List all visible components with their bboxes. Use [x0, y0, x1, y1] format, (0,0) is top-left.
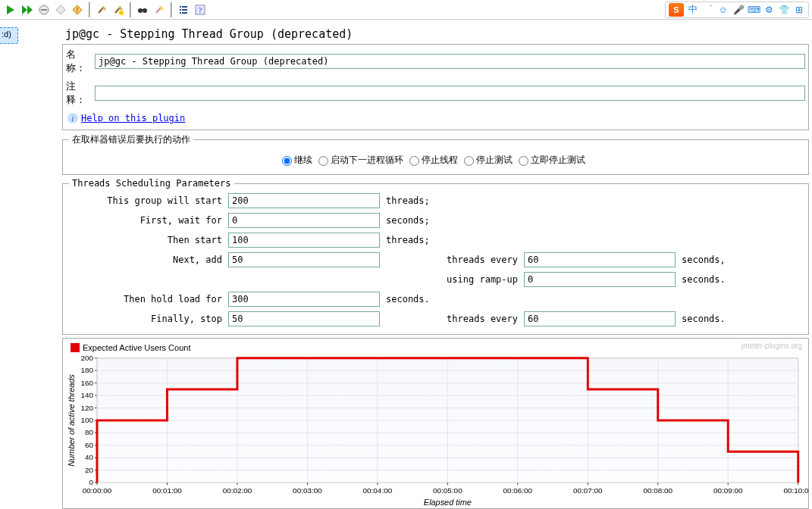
- start-input[interactable]: [228, 193, 380, 208]
- svg-text:00:10:00: 00:10:00: [783, 486, 808, 495]
- play-icon[interactable]: [3, 2, 18, 17]
- hold-label: Then hold load for: [69, 294, 228, 304]
- svg-rect-16: [182, 6, 187, 8]
- stop-input[interactable]: [228, 311, 380, 326]
- error-action-fieldset: 在取样器错误后要执行的动作 继续 启动下一进程循环 停止线程 停止测试 立即停止…: [62, 133, 809, 175]
- svg-text:120: 120: [80, 404, 93, 412]
- params-fieldset: Threads Scheduling Parameters This group…: [62, 178, 809, 335]
- seconds-period-2: seconds.: [380, 294, 524, 304]
- radio-continue[interactable]: 继续: [282, 154, 312, 167]
- shutdown-icon[interactable]: !: [70, 2, 85, 17]
- svg-text:180: 180: [80, 366, 93, 374]
- radio-stop-test[interactable]: 停止测试: [464, 154, 513, 167]
- stop-every-input[interactable]: [524, 311, 676, 326]
- separator-icon: [89, 2, 90, 17]
- sogou-logo-icon[interactable]: S: [669, 3, 684, 17]
- ime-punct-icon[interactable]: ゜: [702, 4, 714, 16]
- ime-gear-icon[interactable]: ⚙: [763, 4, 775, 16]
- svg-text:00:09:00: 00:09:00: [713, 486, 743, 495]
- hold-input[interactable]: [228, 292, 380, 307]
- ime-bar: S 中 ゜ ☺ 🎤 ⌨ ⚙ 👕 ⊞: [665, 2, 809, 18]
- svg-text:Elapsed time: Elapsed time: [424, 498, 472, 507]
- radio-next-loop[interactable]: 启动下一进程循环: [318, 154, 403, 167]
- binoculars-icon[interactable]: [135, 2, 150, 17]
- svg-rect-17: [180, 9, 181, 11]
- next-add-input[interactable]: [228, 252, 380, 267]
- help-icon[interactable]: ?: [193, 2, 208, 17]
- svg-text:00:05:00: 00:05:00: [433, 486, 462, 495]
- svg-rect-18: [182, 9, 187, 11]
- tree-node-fragment[interactable]: :d): [0, 27, 18, 44]
- svg-text:Number of active threads: Number of active threads: [67, 374, 76, 467]
- svg-text:20: 20: [85, 466, 94, 474]
- chart-box: Expected Active Users Count jmeter-plugi…: [62, 338, 809, 509]
- broom-icon[interactable]: [94, 2, 109, 17]
- error-action-legend: 在取样器错误后要执行的动作: [69, 133, 193, 146]
- ramp-input[interactable]: [524, 272, 676, 287]
- svg-text:00:01:00: 00:01:00: [152, 486, 182, 495]
- ime-lang-icon[interactable]: 中: [687, 4, 699, 16]
- seconds-period: seconds.: [676, 274, 729, 285]
- svg-text:00:08:00: 00:08:00: [644, 486, 673, 495]
- svg-text:00:02:00: 00:02:00: [223, 486, 252, 495]
- svg-text:80: 80: [85, 428, 94, 436]
- wait-input[interactable]: [228, 213, 380, 228]
- broom-warn-icon[interactable]: [111, 2, 126, 17]
- broom-color-icon[interactable]: [152, 2, 167, 17]
- radio-stop-now[interactable]: 立即停止测试: [519, 154, 585, 167]
- stop-all-icon[interactable]: [53, 2, 68, 17]
- threads-unit: threads;: [380, 195, 524, 206]
- params-legend: Threads Scheduling Parameters: [69, 178, 234, 189]
- svg-text:100: 100: [80, 416, 93, 424]
- seconds-comma: seconds,: [676, 254, 729, 265]
- svg-marker-0: [7, 5, 14, 14]
- svg-text:?: ?: [199, 5, 202, 14]
- svg-rect-20: [182, 12, 187, 14]
- then-start-input[interactable]: [228, 233, 380, 248]
- seconds-unit: seconds;: [380, 215, 524, 226]
- header-box: 名称： 注释： i Help on this plugin: [62, 44, 809, 130]
- svg-text:40: 40: [85, 453, 94, 461]
- svg-text:0: 0: [89, 478, 94, 486]
- svg-rect-19: [180, 12, 181, 14]
- svg-text:00:04:00: 00:04:00: [363, 486, 393, 495]
- wait-label: First, wait for: [69, 215, 228, 226]
- svg-text:60: 60: [85, 441, 94, 449]
- then-start-label: Then start: [69, 235, 228, 245]
- ime-grid-icon[interactable]: ⊞: [793, 4, 805, 16]
- svg-marker-5: [56, 5, 65, 14]
- error-radio-row: 继续 启动下一进程循环 停止线程 停止测试 立即停止测试: [69, 154, 802, 167]
- svg-text:160: 160: [80, 379, 93, 387]
- svg-text:200: 200: [80, 354, 93, 362]
- svg-text:00:00:00: 00:00:00: [83, 486, 112, 495]
- svg-rect-4: [41, 9, 47, 11]
- ime-emoji-icon[interactable]: ☺: [717, 4, 729, 16]
- ime-keyboard-icon[interactable]: ⌨: [748, 4, 760, 16]
- radio-stop-thread[interactable]: 停止线程: [409, 154, 458, 167]
- chart-svg: 02040608010012014016018020000:00:0000:01…: [63, 339, 808, 508]
- threads-every-input[interactable]: [524, 252, 676, 267]
- list-icon[interactable]: [176, 2, 191, 17]
- next-add-label: Next, add: [69, 254, 228, 265]
- svg-rect-15: [180, 6, 181, 8]
- seconds-period-3: seconds.: [676, 314, 729, 324]
- name-input[interactable]: [95, 54, 805, 69]
- stop-every-label: threads every: [380, 314, 524, 324]
- svg-text:140: 140: [80, 391, 93, 399]
- svg-text:00:07:00: 00:07:00: [573, 486, 603, 495]
- stop-icon[interactable]: [36, 2, 52, 17]
- main-panel: jp@gc - Stepping Thread Group (deprecate…: [59, 23, 812, 509]
- svg-point-10: [119, 11, 124, 15]
- svg-text:00:06:00: 00:06:00: [503, 486, 533, 495]
- ime-skin-icon[interactable]: 👕: [778, 4, 790, 16]
- comment-input[interactable]: [95, 86, 805, 101]
- name-label: 名称：: [66, 48, 95, 75]
- info-icon: i: [67, 113, 78, 123]
- separator-icon: [130, 2, 131, 17]
- start-label: This group will start: [69, 195, 228, 206]
- play-all-icon[interactable]: [20, 2, 35, 17]
- help-link[interactable]: Help on this plugin: [81, 113, 185, 123]
- svg-rect-13: [141, 9, 144, 11]
- svg-marker-1: [22, 5, 27, 14]
- ime-mic-icon[interactable]: 🎤: [732, 4, 745, 16]
